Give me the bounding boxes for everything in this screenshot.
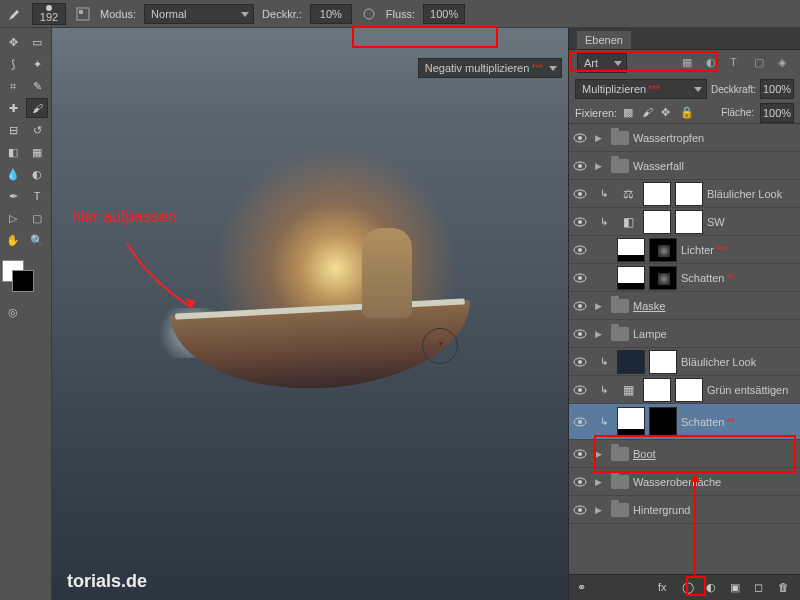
layer-row[interactable]: ↳⚖Bläulicher Look: [569, 180, 800, 208]
lock-all-icon[interactable]: 🔒: [680, 106, 693, 119]
layer-name[interactable]: Bläulicher Look: [681, 356, 796, 368]
visibility-toggle[interactable]: [569, 245, 591, 255]
quickmask-toggle[interactable]: ◎: [2, 302, 24, 322]
fold-icon[interactable]: ▶: [595, 329, 607, 339]
background-color[interactable]: [12, 270, 34, 292]
group-icon[interactable]: ▣: [730, 581, 744, 595]
fold-icon[interactable]: ▶: [595, 449, 607, 459]
hand-tool[interactable]: ✋: [2, 230, 24, 250]
filter-shape-icon[interactable]: ▢: [754, 56, 768, 70]
visibility-toggle[interactable]: [569, 385, 591, 395]
fold-icon[interactable]: ▶: [595, 477, 607, 487]
layer-row[interactable]: ▶Wasseroberfläche: [569, 468, 800, 496]
layer-row[interactable]: ↳◧SW: [569, 208, 800, 236]
visibility-toggle[interactable]: [569, 133, 591, 143]
layer-row[interactable]: ▶Lampe: [569, 320, 800, 348]
layer-mask-thumb[interactable]: [649, 407, 677, 437]
visibility-toggle[interactable]: [569, 161, 591, 171]
fill-field[interactable]: 100%: [760, 103, 794, 123]
layer-name[interactable]: Grün entsättigen: [707, 384, 796, 396]
layer-name[interactable]: Maske: [633, 300, 796, 312]
opacity-field[interactable]: 10%: [310, 4, 352, 24]
layer-mask-thumb[interactable]: [649, 266, 677, 290]
stamp-tool[interactable]: ⊟: [2, 120, 24, 140]
brush-preset[interactable]: 192: [32, 3, 66, 25]
layer-thumb[interactable]: [617, 238, 645, 262]
visibility-toggle[interactable]: [569, 417, 591, 427]
layer-thumb[interactable]: [643, 182, 671, 206]
mask-icon[interactable]: ◯: [682, 581, 696, 595]
fx-icon[interactable]: fx: [658, 581, 672, 595]
filter-kind-dropdown[interactable]: Art: [577, 53, 627, 73]
layer-row[interactable]: ▶Boot: [569, 440, 800, 468]
path-tool[interactable]: ▷: [2, 208, 24, 228]
mode-dropdown[interactable]: Normal: [144, 4, 254, 24]
layer-row[interactable]: ↳▦Grün entsättigen: [569, 376, 800, 404]
layer-thumb[interactable]: [643, 378, 671, 402]
layer-list[interactable]: ▶Wassertropfen▶Wasserfall↳⚖Bläulicher Lo…: [569, 124, 800, 574]
visibility-toggle[interactable]: [569, 477, 591, 487]
layer-name[interactable]: Schatten**: [681, 416, 796, 428]
pressure-opacity-icon[interactable]: [360, 5, 378, 23]
layer-name[interactable]: Lampe: [633, 328, 796, 340]
layer-mask-thumb[interactable]: [675, 182, 703, 206]
layer-name[interactable]: Wasseroberfläche: [633, 476, 796, 488]
layer-name[interactable]: Schatten**: [681, 272, 796, 284]
filter-smart-icon[interactable]: ◈: [778, 56, 792, 70]
layer-row[interactable]: ▶Wassertropfen: [569, 124, 800, 152]
filter-type-icon[interactable]: T: [730, 56, 744, 70]
filter-adjust-icon[interactable]: ◐: [706, 56, 720, 70]
dodge-tool[interactable]: ◐: [26, 164, 48, 184]
layer-name[interactable]: Bläulicher Look: [707, 188, 796, 200]
delete-icon[interactable]: 🗑: [778, 581, 792, 595]
heal-tool[interactable]: ✚: [2, 98, 24, 118]
crop-tool[interactable]: ⌗: [2, 76, 24, 96]
canvas-blend-dropdown[interactable]: Negativ multiplizieren***: [418, 58, 562, 78]
pen-tool[interactable]: ✒: [2, 186, 24, 206]
blend-mode-dropdown[interactable]: Multiplizieren***: [575, 79, 707, 99]
gradient-tool[interactable]: ▦: [26, 142, 48, 162]
new-layer-icon[interactable]: ◻: [754, 581, 768, 595]
layer-row[interactable]: ▶Wasserfall: [569, 152, 800, 180]
visibility-toggle[interactable]: [569, 329, 591, 339]
lock-transparent-icon[interactable]: ▩: [623, 106, 636, 119]
lock-position-icon[interactable]: ✥: [661, 106, 674, 119]
color-swatches[interactable]: [2, 260, 34, 292]
layer-thumb[interactable]: [617, 407, 645, 437]
layer-name[interactable]: Hintergrund: [633, 504, 796, 516]
shape-tool[interactable]: ▢: [26, 208, 48, 228]
visibility-toggle[interactable]: [569, 505, 591, 515]
zoom-tool[interactable]: 🔍: [26, 230, 48, 250]
layer-name[interactable]: SW: [707, 216, 796, 228]
tab-layers[interactable]: Ebenen: [577, 31, 631, 49]
eraser-tool[interactable]: ◧: [2, 142, 24, 162]
link-layers-icon[interactable]: ⚭: [577, 581, 591, 595]
layer-row[interactable]: ▶Maske: [569, 292, 800, 320]
lock-pixels-icon[interactable]: 🖌: [642, 106, 655, 119]
visibility-toggle[interactable]: [569, 273, 591, 283]
layer-row[interactable]: Lichter***: [569, 236, 800, 264]
layer-name[interactable]: Wasserfall: [633, 160, 796, 172]
fold-icon[interactable]: ▶: [595, 133, 607, 143]
brush-panel-toggle-icon[interactable]: [74, 5, 92, 23]
visibility-toggle[interactable]: [569, 301, 591, 311]
canvas[interactable]: hier aufpassen Negativ multiplizieren***…: [52, 28, 568, 600]
move-tool[interactable]: ✥: [2, 32, 24, 52]
visibility-toggle[interactable]: [569, 449, 591, 459]
layer-name[interactable]: Lichter***: [681, 244, 796, 256]
fold-icon[interactable]: ▶: [595, 161, 607, 171]
visibility-toggle[interactable]: [569, 357, 591, 367]
flow-field[interactable]: 100%: [423, 4, 465, 24]
fold-icon[interactable]: ▶: [595, 301, 607, 311]
layer-thumb[interactable]: [617, 350, 645, 374]
layer-row[interactable]: ↳Bläulicher Look: [569, 348, 800, 376]
filter-pixel-icon[interactable]: ▦: [682, 56, 696, 70]
layer-name[interactable]: Boot: [633, 448, 796, 460]
adjustment-icon[interactable]: ◐: [706, 581, 720, 595]
layer-thumb[interactable]: [643, 210, 671, 234]
layer-row[interactable]: ▶Hintergrund: [569, 496, 800, 524]
visibility-toggle[interactable]: [569, 217, 591, 227]
layer-mask-thumb[interactable]: [675, 378, 703, 402]
layer-name[interactable]: Wassertropfen: [633, 132, 796, 144]
layer-thumb[interactable]: [617, 266, 645, 290]
